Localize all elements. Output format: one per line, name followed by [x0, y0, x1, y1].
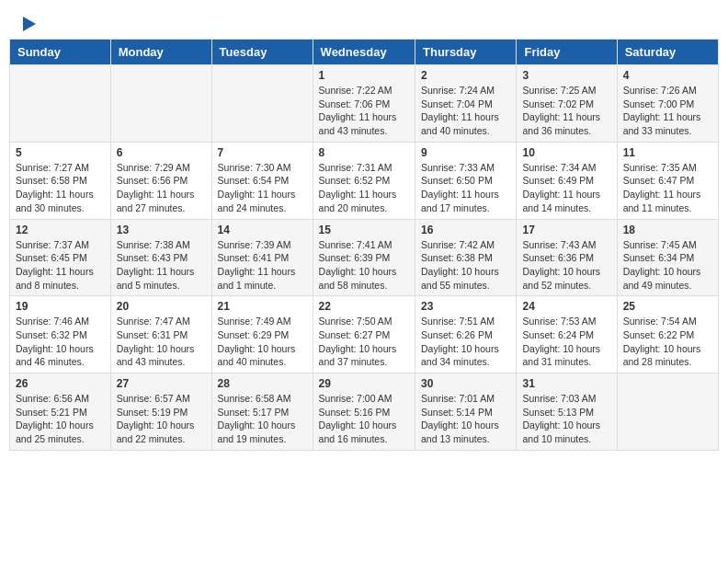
day-number: 4	[623, 69, 712, 82]
day-info: Sunrise: 7:27 AMSunset: 6:58 PMDaylight:…	[16, 161, 105, 215]
day-info-line: Sunset: 6:24 PM	[522, 329, 594, 340]
day-number: 30	[421, 377, 510, 390]
day-info-line: Sunset: 7:04 PM	[421, 98, 493, 109]
day-info-line: Sunrise: 7:03 AM	[522, 393, 596, 404]
calendar-cell: 3Sunrise: 7:25 AMSunset: 7:02 PMDaylight…	[517, 65, 617, 143]
day-info-line: Sunrise: 7:35 AM	[623, 162, 697, 173]
day-info-line: Sunset: 6:39 PM	[319, 252, 391, 263]
day-number: 24	[522, 300, 610, 313]
day-info-line: Sunrise: 7:34 AM	[522, 162, 596, 173]
calendar-cell: 9Sunrise: 7:33 AMSunset: 6:50 PMDaylight…	[415, 142, 517, 219]
day-info-line: Sunset: 6:58 PM	[16, 175, 87, 186]
day-number: 12	[16, 224, 105, 236]
day-info: Sunrise: 7:43 AMSunset: 6:36 PMDaylight:…	[522, 238, 610, 293]
day-number: 3	[522, 69, 610, 82]
calendar-cell: 24Sunrise: 7:53 AMSunset: 6:24 PMDayligh…	[517, 296, 617, 373]
calendar-cell: 26Sunrise: 6:56 AMSunset: 5:21 PMDayligh…	[10, 373, 111, 451]
calendar-cell: 13Sunrise: 7:38 AMSunset: 6:43 PMDayligh…	[110, 219, 211, 296]
day-number: 20	[117, 300, 206, 313]
day-info-line: Sunrise: 7:42 AM	[421, 239, 495, 250]
day-info-line: Sunset: 5:17 PM	[218, 407, 290, 418]
day-info-line: Daylight: 11 hours and 20 minutes.	[319, 189, 397, 213]
calendar-cell: 21Sunrise: 7:49 AMSunset: 6:29 PMDayligh…	[211, 296, 313, 373]
calendar-cell: 17Sunrise: 7:43 AMSunset: 6:36 PMDayligh…	[517, 219, 617, 296]
day-info-line: Daylight: 10 hours and 58 minutes.	[319, 266, 397, 291]
day-info-line: Daylight: 10 hours and 37 minutes.	[319, 343, 397, 368]
day-info-line: Sunset: 6:49 PM	[522, 175, 594, 186]
calendar-week-row: 12Sunrise: 7:37 AMSunset: 6:45 PMDayligh…	[10, 219, 719, 296]
day-info: Sunrise: 7:46 AMSunset: 6:32 PMDaylight:…	[16, 315, 105, 369]
day-info-line: Sunset: 5:21 PM	[16, 407, 87, 418]
calendar-cell: 14Sunrise: 7:39 AMSunset: 6:41 PMDayligh…	[211, 219, 313, 296]
day-info: Sunrise: 7:45 AMSunset: 6:34 PMDaylight:…	[623, 238, 712, 293]
day-info-line: Sunrise: 7:38 AM	[117, 239, 190, 250]
day-info: Sunrise: 7:00 AMSunset: 5:16 PMDaylight:…	[319, 392, 409, 446]
day-number: 22	[319, 300, 409, 313]
calendar-cell: 1Sunrise: 7:22 AMSunset: 7:06 PMDaylight…	[313, 65, 415, 143]
calendar-week-row: 19Sunrise: 7:46 AMSunset: 6:32 PMDayligh…	[10, 296, 719, 373]
weekday-header-tuesday: Tuesday	[211, 40, 313, 65]
calendar-cell: 8Sunrise: 7:31 AMSunset: 6:52 PMDaylight…	[313, 142, 415, 219]
day-info: Sunrise: 7:42 AMSunset: 6:38 PMDaylight:…	[421, 238, 510, 293]
day-info-line: Sunrise: 6:56 AM	[16, 393, 89, 404]
day-info-line: Daylight: 11 hours and 1 minute.	[218, 266, 296, 291]
day-info: Sunrise: 7:25 AMSunset: 7:02 PMDaylight:…	[522, 84, 610, 138]
day-info-line: Daylight: 10 hours and 10 minutes.	[522, 419, 600, 444]
day-number: 7	[218, 146, 307, 159]
calendar-cell: 6Sunrise: 7:29 AMSunset: 6:56 PMDaylight…	[110, 142, 211, 219]
weekday-header-friday: Friday	[517, 40, 617, 65]
day-number: 26	[16, 377, 105, 390]
day-info-line: Sunset: 6:50 PM	[421, 175, 493, 186]
day-info-line: Sunset: 6:31 PM	[117, 329, 188, 340]
day-info-line: Daylight: 10 hours and 46 minutes.	[16, 343, 94, 368]
day-info-line: Daylight: 11 hours and 8 minutes.	[16, 266, 94, 291]
day-info-line: Sunset: 7:02 PM	[522, 98, 594, 109]
calendar-cell: 15Sunrise: 7:41 AMSunset: 6:39 PMDayligh…	[313, 219, 415, 296]
calendar-cell: 30Sunrise: 7:01 AMSunset: 5:14 PMDayligh…	[415, 373, 517, 451]
calendar-cell	[211, 65, 313, 143]
day-info-line: Sunrise: 7:49 AM	[218, 316, 291, 327]
day-number: 18	[623, 224, 712, 236]
calendar-cell: 22Sunrise: 7:50 AMSunset: 6:27 PMDayligh…	[313, 296, 415, 373]
day-number: 5	[16, 146, 105, 159]
calendar-cell: 11Sunrise: 7:35 AMSunset: 6:47 PMDayligh…	[617, 142, 718, 219]
day-info-line: Daylight: 11 hours and 27 minutes.	[117, 189, 195, 213]
day-number: 31	[522, 377, 610, 390]
day-info: Sunrise: 7:22 AMSunset: 7:06 PMDaylight:…	[319, 84, 409, 138]
day-info: Sunrise: 6:57 AMSunset: 5:19 PMDaylight:…	[117, 392, 206, 446]
day-info-line: Sunrise: 7:53 AM	[522, 316, 596, 327]
day-info-line: Sunset: 5:16 PM	[319, 407, 391, 418]
day-info-line: Daylight: 10 hours and 52 minutes.	[522, 266, 600, 291]
day-number: 9	[421, 146, 510, 159]
calendar-cell: 16Sunrise: 7:42 AMSunset: 6:38 PMDayligh…	[415, 219, 517, 296]
day-number: 19	[16, 300, 105, 313]
day-info-line: Sunrise: 7:43 AM	[522, 239, 596, 250]
day-number: 8	[319, 146, 409, 159]
day-info-line: Sunrise: 7:33 AM	[421, 162, 495, 173]
day-info-line: Daylight: 10 hours and 55 minutes.	[421, 266, 499, 291]
day-info: Sunrise: 7:47 AMSunset: 6:31 PMDaylight:…	[117, 315, 206, 369]
day-info-line: Daylight: 10 hours and 49 minutes.	[623, 266, 701, 291]
day-info-line: Sunrise: 7:00 AM	[319, 393, 392, 404]
day-number: 16	[421, 224, 510, 236]
day-info-line: Sunrise: 7:37 AM	[16, 239, 89, 250]
day-info-line: Sunset: 6:41 PM	[218, 252, 290, 263]
day-info-line: Sunrise: 7:47 AM	[117, 316, 190, 327]
logo	[20, 17, 38, 31]
day-info-line: Sunset: 6:26 PM	[421, 329, 493, 340]
day-info: Sunrise: 7:34 AMSunset: 6:49 PMDaylight:…	[522, 161, 610, 215]
day-info: Sunrise: 7:30 AMSunset: 6:54 PMDaylight:…	[218, 161, 307, 215]
day-number: 17	[522, 224, 610, 236]
day-info: Sunrise: 7:29 AMSunset: 6:56 PMDaylight:…	[117, 161, 206, 215]
day-number: 1	[319, 69, 409, 82]
weekday-header-monday: Monday	[110, 40, 211, 65]
day-info-line: Sunset: 6:52 PM	[319, 175, 391, 186]
calendar-cell	[10, 65, 111, 143]
day-info: Sunrise: 7:26 AMSunset: 7:00 PMDaylight:…	[623, 84, 712, 138]
day-info-line: Sunrise: 7:45 AM	[623, 239, 697, 250]
day-info-line: Sunrise: 7:27 AM	[16, 162, 89, 173]
day-info: Sunrise: 7:53 AMSunset: 6:24 PMDaylight:…	[522, 315, 610, 369]
page-header	[9, 9, 719, 35]
calendar-cell: 4Sunrise: 7:26 AMSunset: 7:00 PMDaylight…	[617, 65, 718, 143]
calendar-cell: 28Sunrise: 6:58 AMSunset: 5:17 PMDayligh…	[211, 373, 313, 451]
